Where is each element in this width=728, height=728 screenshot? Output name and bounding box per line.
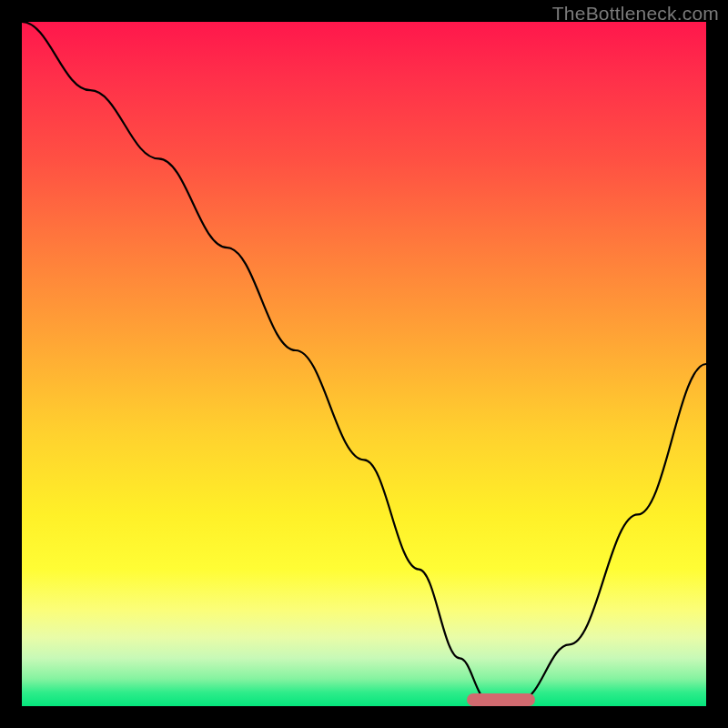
chart-frame: TheBottleneck.com — [0, 0, 728, 728]
curve-path — [22, 22, 706, 700]
bottleneck-curve — [22, 22, 706, 706]
optimal-marker — [467, 693, 535, 706]
plot-area — [22, 22, 706, 706]
